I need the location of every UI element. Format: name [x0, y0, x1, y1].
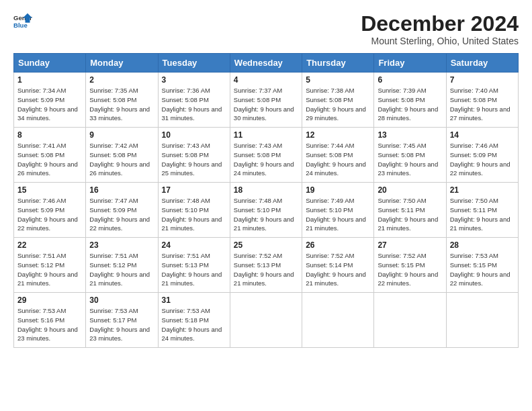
day-number: 15 — [17, 185, 82, 195]
day-cell-23: 23Sunrise: 7:51 AMSunset: 5:12 PMDayligh… — [86, 238, 158, 293]
empty-cell — [446, 293, 518, 348]
day-cell-25: 25Sunrise: 7:52 AMSunset: 5:13 PMDayligh… — [230, 238, 302, 293]
day-cell-15: 15Sunrise: 7:46 AMSunset: 5:09 PMDayligh… — [14, 183, 86, 238]
day-info: Sunrise: 7:46 AMSunset: 5:09 PMDaylight:… — [17, 196, 82, 233]
day-cell-6: 6Sunrise: 7:39 AMSunset: 5:08 PMDaylight… — [374, 73, 446, 128]
day-info: Sunrise: 7:41 AMSunset: 5:08 PMDaylight:… — [17, 141, 82, 178]
weekday-header-monday: Monday — [86, 54, 158, 73]
day-cell-1: 1Sunrise: 7:34 AMSunset: 5:09 PMDaylight… — [14, 73, 86, 128]
calendar: SundayMondayTuesdayWednesdayThursdayFrid… — [13, 53, 519, 348]
day-cell-3: 3Sunrise: 7:36 AMSunset: 5:08 PMDaylight… — [158, 73, 230, 128]
day-cell-31: 31Sunrise: 7:53 AMSunset: 5:18 PMDayligh… — [158, 293, 230, 348]
day-number: 10 — [162, 130, 226, 140]
day-cell-29: 29Sunrise: 7:53 AMSunset: 5:16 PMDayligh… — [14, 293, 86, 348]
week-row-4: 29Sunrise: 7:53 AMSunset: 5:16 PMDayligh… — [14, 293, 519, 348]
day-info: Sunrise: 7:43 AMSunset: 5:08 PMDaylight:… — [162, 141, 226, 178]
day-cell-19: 19Sunrise: 7:49 AMSunset: 5:10 PMDayligh… — [302, 183, 374, 238]
day-number: 1 — [17, 75, 82, 85]
empty-cell — [302, 293, 374, 348]
day-number: 16 — [89, 185, 154, 195]
day-info: Sunrise: 7:53 AMSunset: 5:15 PMDaylight:… — [450, 251, 515, 288]
day-cell-4: 4Sunrise: 7:37 AMSunset: 5:08 PMDaylight… — [230, 73, 302, 128]
day-cell-11: 11Sunrise: 7:43 AMSunset: 5:08 PMDayligh… — [230, 128, 302, 183]
day-info: Sunrise: 7:49 AMSunset: 5:10 PMDaylight:… — [306, 196, 370, 233]
day-number: 30 — [89, 295, 154, 305]
day-number: 24 — [162, 240, 226, 250]
page: General Blue December 2024 Mount Sterlin… — [0, 0, 532, 411]
weekday-header-wednesday: Wednesday — [230, 54, 302, 73]
week-row-3: 22Sunrise: 7:51 AMSunset: 5:12 PMDayligh… — [14, 238, 519, 293]
day-number: 20 — [378, 185, 442, 195]
day-info: Sunrise: 7:36 AMSunset: 5:08 PMDaylight:… — [162, 86, 226, 123]
weekday-header-friday: Friday — [374, 54, 446, 73]
day-info: Sunrise: 7:46 AMSunset: 5:09 PMDaylight:… — [450, 141, 515, 178]
day-info: Sunrise: 7:35 AMSunset: 5:08 PMDaylight:… — [89, 86, 154, 123]
day-number: 25 — [234, 240, 298, 250]
weekday-header-row: SundayMondayTuesdayWednesdayThursdayFrid… — [14, 54, 519, 73]
day-cell-16: 16Sunrise: 7:47 AMSunset: 5:09 PMDayligh… — [86, 183, 158, 238]
day-cell-20: 20Sunrise: 7:50 AMSunset: 5:11 PMDayligh… — [374, 183, 446, 238]
day-number: 3 — [162, 75, 226, 85]
day-info: Sunrise: 7:53 AMSunset: 5:18 PMDaylight:… — [162, 306, 226, 343]
day-cell-12: 12Sunrise: 7:44 AMSunset: 5:08 PMDayligh… — [302, 128, 374, 183]
day-info: Sunrise: 7:50 AMSunset: 5:11 PMDaylight:… — [378, 196, 442, 233]
day-number: 11 — [234, 130, 298, 140]
day-cell-2: 2Sunrise: 7:35 AMSunset: 5:08 PMDaylight… — [86, 73, 158, 128]
weekday-header-sunday: Sunday — [14, 54, 86, 73]
day-info: Sunrise: 7:52 AMSunset: 5:15 PMDaylight:… — [378, 251, 442, 288]
day-number: 9 — [89, 130, 154, 140]
day-cell-18: 18Sunrise: 7:48 AMSunset: 5:10 PMDayligh… — [230, 183, 302, 238]
day-info: Sunrise: 7:52 AMSunset: 5:13 PMDaylight:… — [234, 251, 298, 288]
day-info: Sunrise: 7:39 AMSunset: 5:08 PMDaylight:… — [378, 86, 442, 123]
day-info: Sunrise: 7:34 AMSunset: 5:09 PMDaylight:… — [17, 86, 82, 123]
day-info: Sunrise: 7:40 AMSunset: 5:08 PMDaylight:… — [450, 86, 515, 123]
day-number: 12 — [306, 130, 370, 140]
day-number: 31 — [162, 295, 226, 305]
day-info: Sunrise: 7:48 AMSunset: 5:10 PMDaylight:… — [162, 196, 226, 233]
day-cell-21: 21Sunrise: 7:50 AMSunset: 5:11 PMDayligh… — [446, 183, 518, 238]
weekday-header-saturday: Saturday — [446, 54, 518, 73]
day-number: 2 — [89, 75, 154, 85]
day-cell-27: 27Sunrise: 7:52 AMSunset: 5:15 PMDayligh… — [374, 238, 446, 293]
day-number: 22 — [17, 240, 82, 250]
day-info: Sunrise: 7:37 AMSunset: 5:08 PMDaylight:… — [234, 86, 298, 123]
day-info: Sunrise: 7:51 AMSunset: 5:12 PMDaylight:… — [17, 251, 82, 288]
week-row-0: 1Sunrise: 7:34 AMSunset: 5:09 PMDaylight… — [14, 73, 519, 128]
month-title: December 2024 — [361, 12, 519, 36]
day-number: 27 — [378, 240, 442, 250]
day-info: Sunrise: 7:38 AMSunset: 5:08 PMDaylight:… — [306, 86, 370, 123]
empty-cell — [230, 293, 302, 348]
day-number: 23 — [89, 240, 154, 250]
day-cell-10: 10Sunrise: 7:43 AMSunset: 5:08 PMDayligh… — [158, 128, 230, 183]
day-number: 26 — [306, 240, 370, 250]
day-info: Sunrise: 7:53 AMSunset: 5:16 PMDaylight:… — [17, 306, 82, 343]
day-cell-17: 17Sunrise: 7:48 AMSunset: 5:10 PMDayligh… — [158, 183, 230, 238]
day-cell-26: 26Sunrise: 7:52 AMSunset: 5:14 PMDayligh… — [302, 238, 374, 293]
day-info: Sunrise: 7:51 AMSunset: 5:13 PMDaylight:… — [162, 251, 226, 288]
week-row-2: 15Sunrise: 7:46 AMSunset: 5:09 PMDayligh… — [14, 183, 519, 238]
day-number: 17 — [162, 185, 226, 195]
day-number: 7 — [450, 75, 515, 85]
day-info: Sunrise: 7:47 AMSunset: 5:09 PMDaylight:… — [89, 196, 154, 233]
location: Mount Sterling, Ohio, United States — [361, 36, 519, 46]
day-info: Sunrise: 7:43 AMSunset: 5:08 PMDaylight:… — [234, 141, 298, 178]
logo: General Blue — [13, 12, 32, 31]
day-number: 4 — [234, 75, 298, 85]
weekday-header-tuesday: Tuesday — [158, 54, 230, 73]
day-number: 5 — [306, 75, 370, 85]
day-cell-9: 9Sunrise: 7:42 AMSunset: 5:08 PMDaylight… — [86, 128, 158, 183]
day-info: Sunrise: 7:44 AMSunset: 5:08 PMDaylight:… — [306, 141, 370, 178]
day-number: 29 — [17, 295, 82, 305]
day-cell-30: 30Sunrise: 7:53 AMSunset: 5:17 PMDayligh… — [86, 293, 158, 348]
day-cell-5: 5Sunrise: 7:38 AMSunset: 5:08 PMDaylight… — [302, 73, 374, 128]
week-row-1: 8Sunrise: 7:41 AMSunset: 5:08 PMDaylight… — [14, 128, 519, 183]
day-number: 14 — [450, 130, 515, 140]
day-info: Sunrise: 7:51 AMSunset: 5:12 PMDaylight:… — [89, 251, 154, 288]
title-area: December 2024 Mount Sterling, Ohio, Unit… — [361, 12, 519, 46]
day-number: 19 — [306, 185, 370, 195]
day-cell-22: 22Sunrise: 7:51 AMSunset: 5:12 PMDayligh… — [14, 238, 86, 293]
day-info: Sunrise: 7:45 AMSunset: 5:08 PMDaylight:… — [378, 141, 442, 178]
header: General Blue December 2024 Mount Sterlin… — [13, 12, 519, 46]
weekday-header-thursday: Thursday — [302, 54, 374, 73]
logo-icon: General Blue — [13, 12, 32, 31]
